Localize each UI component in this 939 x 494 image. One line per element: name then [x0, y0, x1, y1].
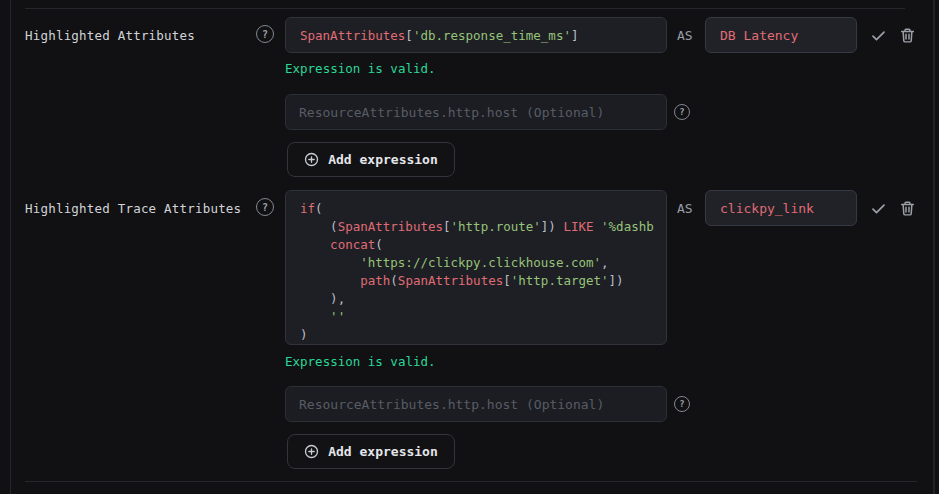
- section-divider-bottom: [25, 481, 917, 482]
- trace-expression-editor[interactable]: if( (SpanAttributes['http.route']) LIKE …: [285, 190, 667, 345]
- check-icon: [870, 27, 887, 44]
- as-keyword-label: AS: [677, 201, 693, 216]
- help-icon[interactable]: ?: [674, 396, 690, 412]
- attribute-expression-input[interactable]: SpanAttributes['db.response_time_ms']: [285, 17, 667, 53]
- panel-left-border: [10, 0, 11, 494]
- circle-plus-icon: [304, 444, 319, 459]
- add-expression-button[interactable]: Add expression: [287, 434, 455, 469]
- delete-expression-button[interactable]: [898, 199, 916, 217]
- circle-plus-icon: [304, 152, 319, 167]
- section-divider-top: [25, 8, 905, 9]
- confirm-expression-button[interactable]: [869, 26, 887, 44]
- highlighted-trace-attributes-label: Highlighted Trace Attributes: [25, 201, 241, 216]
- trash-icon: [899, 200, 916, 217]
- as-keyword-label: AS: [677, 28, 693, 43]
- expression-valid-message: Expression is valid.: [285, 354, 436, 369]
- add-expression-label: Add expression: [328, 152, 438, 167]
- resource-attribute-input[interactable]: [285, 386, 667, 422]
- highlighted-attributes-label: Highlighted Attributes: [25, 28, 195, 43]
- resource-attribute-input[interactable]: [285, 94, 667, 130]
- trace-alias-input[interactable]: [705, 190, 857, 226]
- attribute-alias-input[interactable]: [705, 17, 857, 53]
- help-icon[interactable]: ?: [256, 198, 274, 216]
- help-icon[interactable]: ?: [256, 25, 274, 43]
- panel-right-border: [933, 0, 935, 494]
- help-icon[interactable]: ?: [674, 104, 690, 120]
- add-expression-button[interactable]: Add expression: [287, 142, 455, 177]
- trash-icon: [899, 27, 916, 44]
- check-icon: [870, 200, 887, 217]
- delete-expression-button[interactable]: [898, 26, 916, 44]
- expression-valid-message: Expression is valid.: [285, 61, 436, 76]
- add-expression-label: Add expression: [328, 444, 438, 459]
- confirm-expression-button[interactable]: [869, 199, 887, 217]
